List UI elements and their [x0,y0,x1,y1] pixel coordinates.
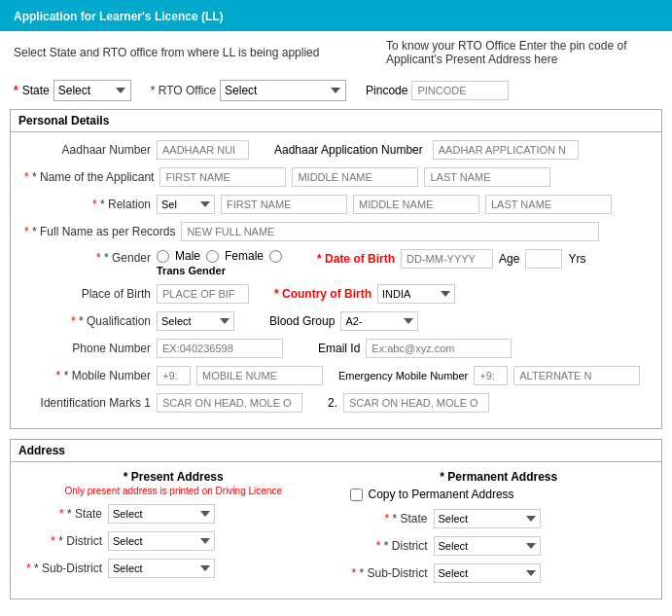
present-district-row: * * District Select [24,531,323,551]
id-marks-row: Identification Marks 1 2. [24,393,648,413]
present-district-label: * * District [24,534,102,548]
aadhaar-app-input[interactable] [433,140,579,160]
permanent-address-title: * Permanent Address [350,470,649,484]
perm-subdistrict-label: * * Sub-District [350,566,428,580]
pob-input[interactable] [157,284,249,304]
qual-select[interactable]: Select [157,311,234,331]
perm-subdistrict-select[interactable]: Select [434,563,541,583]
phone-label: Phone Number [24,342,151,355]
cob-label: * Country of Birth [274,287,371,301]
qual-blood-row: * * Qualification Select Blood Group A2- [24,311,648,331]
name-label: * * Name of the Applicant [24,170,154,184]
email-label: Email Id [318,342,360,355]
present-state-label: * * State [24,507,102,521]
pincode-input[interactable] [411,81,509,100]
rto-label: * RTO Office [151,84,216,97]
dob-age-group: * Date of Birth Age Yrs [317,249,585,269]
subheader-right: To know your RTO Office Enter the pin co… [386,39,658,66]
gender-male-label: Male [175,249,200,263]
aadhaar-label: Aadhaar Number [24,143,151,157]
aadhaar-app-label: Aadhaar Application Number [274,143,423,157]
pob-label: Place of Birth [24,287,151,301]
dob-input[interactable] [401,249,493,269]
fullname-row: * * Full Name as per Records [24,222,648,241]
page-header: Application for Learner's Licence (LL) [0,0,672,31]
present-subdistrict-label: * * Sub-District [24,562,102,575]
phone-email-row: Phone Number Email Id [24,339,648,358]
age-input[interactable] [525,249,562,269]
subheader-left: Select State and RTO office from where L… [14,46,319,59]
gender-trans-label: Trans Gender [157,265,282,276]
present-state-row: * * State Select [24,504,323,524]
copy-label: Copy to Permanent Address [369,488,514,501]
yrs-label: Yrs [568,252,585,266]
pincode-label: Pincode [366,84,407,97]
age-label: Age [499,252,519,266]
perm-state-row: * * State Select [350,509,649,528]
mobile-input[interactable] [196,366,323,385]
personal-details-body: Aadhaar Number Aadhaar Application Numbe… [11,132,661,428]
pob-cob-row: Place of Birth * Country of Birth INDIA [24,284,648,304]
mobile-cc-input[interactable] [157,366,191,385]
emergency-input[interactable] [513,366,640,385]
fullname-input[interactable] [181,222,599,241]
gender-female-label: Female [225,249,264,263]
perm-state-label: * * State [350,512,428,525]
page: Application for Learner's Licence (LL) S… [0,0,672,616]
name-first-input[interactable] [159,167,286,187]
id-marks-2-input[interactable] [343,393,489,413]
blood-select[interactable]: A2- [340,311,418,331]
rto-select[interactable]: Select [220,80,346,101]
relation-first-input[interactable] [221,195,347,214]
top-controls: * State Select * RTO Office Select Pinco… [0,74,672,109]
emergency-label: Emergency Mobile Number [338,370,468,381]
present-subdistrict-row: * * Sub-District Select [24,559,323,578]
perm-state-select[interactable]: Select [434,509,541,528]
phone-input[interactable] [157,339,283,358]
present-address-title: * Present Address [24,470,323,484]
gender-options: Male Female Trans Gender [157,249,282,276]
state-text-label: State [22,84,50,97]
name-last-input[interactable] [424,167,550,187]
present-district-select[interactable]: Select [108,531,215,551]
present-address-col: * Present Address Only present address i… [11,462,336,598]
copy-checkbox[interactable] [350,489,363,501]
relation-row: * * Relation Sel [24,195,648,214]
personal-details-title: Personal Details [11,110,661,132]
relation-last-input[interactable] [485,195,612,214]
copy-row: Copy to Permanent Address [350,488,649,501]
emergency-cc-input[interactable] [474,366,508,385]
state-label: * [14,84,18,97]
gender-other-radio[interactable] [269,250,282,263]
mobile-label: * * Mobile Number [24,369,151,382]
name-middle-input[interactable] [292,167,418,187]
gender-female-radio[interactable] [206,250,219,263]
name-row: * * Name of the Applicant [24,167,648,187]
aadhaar-input[interactable] [157,140,249,160]
qual-label: * * Qualification [24,314,151,328]
address-section: Address * Present Address Only present a… [10,439,662,599]
perm-district-label: * * District [350,539,428,553]
id-marks-label: Identification Marks 1 [24,396,151,410]
state-select[interactable]: Select [53,80,131,101]
relation-select[interactable]: Sel [157,195,215,214]
page-title: Application for Learner's Licence (LL) [14,10,224,23]
cob-select[interactable]: INDIA [377,284,455,304]
perm-district-select[interactable]: Select [434,536,541,556]
present-state-select[interactable]: Select [108,504,215,524]
gender-dob-row: * * Gender Male Female Trans Gender * Da… [24,249,648,276]
present-subdistrict-select[interactable]: Select [108,559,215,578]
relation-label: * * Relation [24,198,151,211]
address-columns: * Present Address Only present address i… [11,462,661,598]
gender-male-radio[interactable] [157,250,169,263]
id-marks-1-input[interactable] [157,393,302,413]
dob-label: * Date of Birth [317,252,395,266]
perm-subdistrict-row: * * Sub-District Select [350,563,649,583]
address-title: Address [11,440,661,462]
permanent-address-col: * Permanent Address Copy to Permanent Ad… [336,462,662,598]
perm-district-row: * * District Select [350,536,649,556]
email-input[interactable] [366,339,512,358]
fullname-label: * * Full Name as per Records [24,225,175,238]
relation-middle-input[interactable] [353,195,479,214]
blood-label: Blood Group [269,314,335,328]
